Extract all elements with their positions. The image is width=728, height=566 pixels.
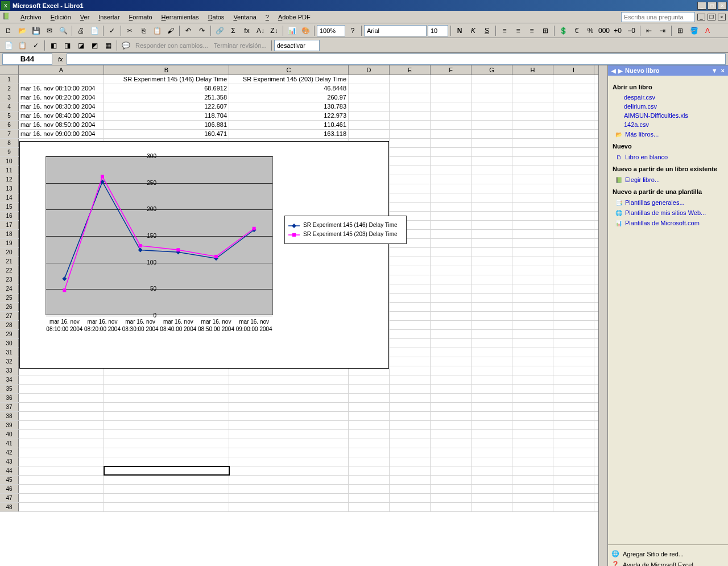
cell[interactable]	[390, 157, 431, 166]
thousands-icon[interactable]: 000	[598, 24, 610, 37]
cell[interactable]	[471, 330, 512, 338]
font-color-icon[interactable]: A	[701, 24, 714, 37]
cell[interactable]	[431, 339, 471, 348]
cell[interactable]	[471, 421, 512, 429]
cell[interactable]	[553, 184, 594, 193]
cell[interactable]	[349, 448, 390, 457]
cell[interactable]: 122.607	[104, 102, 229, 111]
cell[interactable]	[553, 248, 594, 257]
cell[interactable]	[471, 448, 512, 457]
cell[interactable]	[553, 303, 594, 311]
row-header[interactable]: 32	[0, 357, 19, 366]
cell[interactable]	[349, 494, 390, 502]
cell[interactable]	[471, 412, 512, 420]
cell[interactable]	[349, 421, 390, 429]
underline-icon[interactable]: S	[481, 24, 493, 37]
cell[interactable]	[390, 412, 431, 420]
percent-icon[interactable]: %	[584, 24, 597, 37]
doc-restore-button[interactable]: ❐	[708, 14, 715, 20]
row-header[interactable]: 5	[0, 111, 19, 120]
cell[interactable]	[471, 193, 512, 202]
cell[interactable]	[229, 494, 349, 502]
cell[interactable]	[553, 439, 594, 448]
col-header-I[interactable]: I	[553, 65, 594, 75]
cell[interactable]	[390, 284, 431, 293]
tp-choose-book[interactable]: 📗Elegir libro...	[613, 175, 723, 185]
row-header[interactable]: 28	[0, 321, 19, 329]
paste-icon[interactable]: 📋	[151, 24, 163, 37]
cell[interactable]	[390, 93, 431, 102]
cell[interactable]	[19, 503, 104, 511]
cell[interactable]	[19, 430, 104, 439]
cell[interactable]	[471, 121, 512, 129]
row-header[interactable]: 23	[0, 275, 19, 284]
cell[interactable]	[431, 75, 471, 84]
cell[interactable]	[553, 266, 594, 275]
tb2-icon-4[interactable]: ◧	[47, 39, 60, 52]
cell[interactable]	[512, 84, 553, 93]
cell[interactable]: 46.8448	[229, 84, 349, 93]
cell[interactable]	[431, 312, 471, 320]
sort-desc-icon[interactable]: Z↓	[268, 24, 280, 37]
cell[interactable]	[390, 275, 431, 284]
cell[interactable]	[471, 348, 512, 357]
cell[interactable]	[553, 221, 594, 229]
cell[interactable]	[431, 503, 471, 511]
copy-icon[interactable]: ⎘	[137, 24, 150, 37]
cell[interactable]	[553, 403, 594, 411]
cell[interactable]	[104, 476, 229, 484]
cell[interactable]	[431, 330, 471, 338]
cell[interactable]	[431, 439, 471, 448]
cell[interactable]	[349, 375, 390, 384]
menu-ventana[interactable]: Ventana	[229, 13, 260, 22]
cell[interactable]	[553, 166, 594, 175]
tp-recent-file[interactable]: 142a.csv	[613, 120, 723, 129]
cell[interactable]	[349, 130, 390, 138]
cell[interactable]	[553, 157, 594, 166]
col-header-D[interactable]: D	[349, 65, 390, 75]
formula-bar[interactable]	[67, 53, 726, 65]
cut-icon[interactable]: ✂	[123, 24, 136, 37]
cell[interactable]	[19, 385, 104, 393]
col-header-F[interactable]: F	[431, 65, 471, 75]
cell[interactable]	[229, 466, 349, 475]
row-header[interactable]: 3	[0, 93, 19, 102]
cell[interactable]	[512, 321, 553, 329]
cell[interactable]	[229, 394, 349, 402]
cell[interactable]: mar 16. nov 08:20:00 2004	[19, 93, 104, 102]
tb2-icon-5[interactable]: ◨	[61, 39, 73, 52]
chart[interactable]: 050100150200250300 mar 16. nov 08:10:00 …	[19, 141, 389, 369]
print-icon[interactable]: 🖨	[75, 24, 87, 37]
cell[interactable]	[553, 385, 594, 393]
menu-ver[interactable]: Ver	[76, 13, 94, 22]
row-header[interactable]: 13	[0, 184, 19, 193]
cell[interactable]	[431, 394, 471, 402]
tp-blank-book[interactable]: 🗋Libro en blanco	[613, 152, 723, 162]
menu-datos[interactable]: Datos	[204, 13, 229, 22]
row-header[interactable]: 25	[0, 294, 19, 302]
select-all-corner[interactable]	[0, 65, 19, 75]
cell[interactable]	[19, 403, 104, 411]
taskpane-dropdown-icon[interactable]: ▼	[712, 67, 718, 74]
cell[interactable]	[390, 266, 431, 275]
cell[interactable]	[104, 439, 229, 448]
cell[interactable]	[349, 121, 390, 129]
cell[interactable]	[471, 385, 512, 393]
cell[interactable]	[512, 284, 553, 293]
cell[interactable]	[390, 503, 431, 511]
cell[interactable]	[390, 139, 431, 147]
menu-insertar[interactable]: Insertar	[94, 13, 124, 22]
cell[interactable]	[431, 102, 471, 111]
cell[interactable]	[104, 448, 229, 457]
align-left-icon[interactable]: ≡	[498, 24, 511, 37]
cell[interactable]	[431, 221, 471, 229]
cell[interactable]	[349, 93, 390, 102]
cell[interactable]	[512, 111, 553, 120]
cell[interactable]	[431, 275, 471, 284]
cell[interactable]	[553, 412, 594, 420]
cell[interactable]	[553, 139, 594, 147]
cell[interactable]	[390, 375, 431, 384]
cell[interactable]	[431, 485, 471, 493]
taskpane-fwd-icon[interactable]: ▶	[618, 68, 623, 74]
row-header[interactable]: 20	[0, 248, 19, 257]
